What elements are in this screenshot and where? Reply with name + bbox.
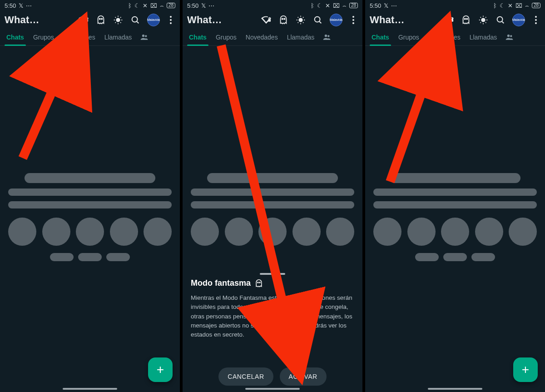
wifi-lock-icon[interactable] <box>261 15 272 25</box>
mute-icon: ✕ <box>325 3 330 9</box>
tab-novedades[interactable]: Novedades <box>425 29 464 45</box>
placeholder-chip <box>443 253 467 261</box>
svg-point-14 <box>325 35 327 37</box>
new-chat-fab[interactable]: + <box>148 357 173 382</box>
svg-point-13 <box>315 17 320 22</box>
app-title: Whats… <box>5 14 45 26</box>
placeholder-avatar <box>326 218 354 246</box>
bluetooth-icon: ᛒ <box>311 3 314 9</box>
placeholder-avatar <box>144 218 172 246</box>
contacts-icon[interactable] <box>320 29 333 45</box>
ghost-icon[interactable] <box>278 15 289 25</box>
tab-bar: Chats Grupos Novedades Llamadas <box>365 29 545 46</box>
phone-screen-2: 5:50 𝕏 ⋯ ᛒ ☾ ✕ ⌧ ⌢ 28 Whats… <box>183 0 362 392</box>
ghost-icon[interactable] <box>95 15 106 25</box>
placeholder-avatar <box>76 218 104 246</box>
tab-novedades[interactable]: Novedades <box>59 29 99 45</box>
avatar[interactable]: Malavida <box>330 14 342 26</box>
svg-point-2 <box>101 19 102 20</box>
mute-icon: ✕ <box>143 3 148 9</box>
tab-llamadas[interactable]: Llamadas <box>283 29 318 45</box>
svg-point-24 <box>497 17 503 22</box>
phone-screen-3: 5:50 𝕏 ⋯ ᛒ ☾ ✕ ⌧ ⌢ 28 Whats… <box>365 0 545 392</box>
placeholder-avatar <box>191 218 219 246</box>
ghost-icon[interactable] <box>461 15 471 25</box>
activate-button[interactable]: ACTIVAR <box>280 367 327 386</box>
svg-point-3 <box>116 18 119 21</box>
menu-button[interactable] <box>531 16 540 24</box>
status-bar: 5:50 𝕏 ⋯ ᛒ ☾ ✕ ⌧ ⌢ 28 <box>0 0 180 10</box>
tab-chats[interactable]: Chats <box>185 29 210 45</box>
search-icon[interactable] <box>495 15 506 25</box>
avatar-label: Malavida <box>512 18 525 22</box>
svg-point-12 <box>299 18 302 21</box>
avatar[interactable]: Malavida <box>147 14 160 26</box>
status-bar: 5:50 𝕏 ⋯ ᛒ ☾ ✕ ⌧ ⌢ 28 <box>365 0 545 10</box>
search-icon[interactable] <box>312 15 323 25</box>
avatar-label: Malavida <box>147 18 160 22</box>
brightness-icon[interactable] <box>113 15 124 25</box>
cancel-button[interactable]: CANCELAR <box>218 367 273 386</box>
tab-grupos[interactable]: Grupos <box>212 29 240 45</box>
sheet-body: Mientras el Modo Fantasma esté activo, t… <box>191 293 354 361</box>
home-indicator[interactable] <box>428 388 482 390</box>
sheet-title: Modo fantasma <box>191 278 251 288</box>
phone-screen-1: 5:50 𝕏 ⋯ ᛒ ☾ ✕ ⌧ ⌢ 28 Whats… <box>0 0 180 392</box>
contacts-icon[interactable] <box>137 29 151 45</box>
brightness-icon[interactable] <box>295 15 306 25</box>
app-header: Whats… Malavida <box>183 10 362 29</box>
wifi-lock-icon[interactable] <box>78 15 89 25</box>
placeholder-bar <box>373 201 537 208</box>
status-x-icon: 𝕏 <box>19 3 23 9</box>
tab-llamadas[interactable]: Llamadas <box>101 29 136 45</box>
wifi-icon: ⌢ <box>342 3 347 9</box>
tab-grupos[interactable]: Grupos <box>30 29 58 45</box>
ghost-mode-sheet: Modo fantasma Mientras el Modo Fantasma … <box>183 268 362 392</box>
svg-rect-9 <box>268 19 271 22</box>
placeholder-chip <box>415 253 439 261</box>
placeholder-avatar <box>407 218 436 246</box>
placeholder-bar <box>8 189 172 196</box>
svg-point-11 <box>284 19 285 20</box>
placeholder-chip <box>106 253 130 261</box>
tab-grupos[interactable]: Grupos <box>395 29 423 45</box>
tab-bar: Chats Grupos Novedades Llamadas <box>183 29 362 46</box>
placeholder-bar <box>373 189 537 196</box>
brightness-icon[interactable] <box>478 15 489 25</box>
chat-list-placeholder: Modo fantasma Mientras el Modo Fantasma … <box>183 46 362 392</box>
status-time: 5:50 <box>5 3 16 9</box>
wifi-icon: ⌢ <box>525 3 529 9</box>
svg-point-25 <box>507 35 510 37</box>
avatar[interactable]: Malavida <box>512 14 525 26</box>
tab-chats[interactable]: Chats <box>3 29 28 45</box>
moon-icon: ☾ <box>317 3 322 9</box>
search-icon[interactable] <box>130 15 141 25</box>
new-chat-fab[interactable]: + <box>513 357 538 382</box>
status-x-icon: 𝕏 <box>384 3 388 9</box>
app-header: Whats… Malavida <box>0 10 180 29</box>
placeholder-avatar <box>42 218 70 246</box>
svg-point-21 <box>465 19 466 20</box>
placeholder-avatar <box>8 218 36 246</box>
tab-chats[interactable]: Chats <box>368 29 393 45</box>
placeholder-chip <box>50 253 74 261</box>
home-indicator[interactable] <box>245 388 300 390</box>
ghost-icon <box>254 279 263 288</box>
wifi-lock-icon[interactable] <box>443 15 454 25</box>
placeholder-bar <box>191 189 354 196</box>
tab-novedades[interactable]: Novedades <box>242 29 282 45</box>
home-indicator[interactable] <box>63 388 117 390</box>
contacts-icon[interactable] <box>502 29 516 45</box>
battery-level: 28 <box>532 3 540 8</box>
avatar-label: Malavida <box>330 18 342 22</box>
menu-button[interactable] <box>349 16 358 24</box>
status-ellipsis-icon: ⋯ <box>391 3 397 9</box>
plus-icon: + <box>522 362 529 377</box>
sheet-handle[interactable] <box>260 273 285 275</box>
tab-llamadas[interactable]: Llamadas <box>466 29 501 45</box>
battery-level: 28 <box>349 3 358 8</box>
menu-button[interactable] <box>166 16 175 24</box>
app-title: Whats… <box>187 14 227 26</box>
app-header: Whats… Malavida <box>365 10 545 29</box>
placeholder-avatar <box>441 218 469 246</box>
